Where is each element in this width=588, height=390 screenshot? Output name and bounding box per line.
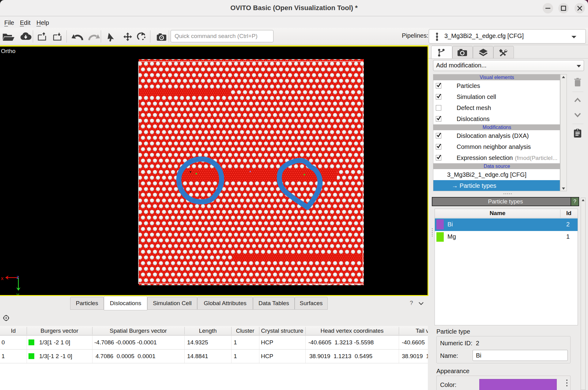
svg-text:y: y <box>17 292 19 295</box>
svg-text:z: z <box>17 274 19 280</box>
svg-text:x: x <box>1 275 4 281</box>
